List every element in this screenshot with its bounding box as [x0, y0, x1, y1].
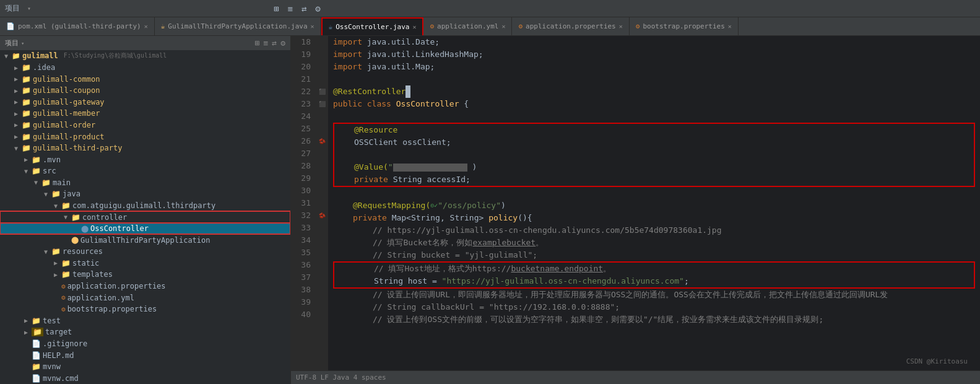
code-line-36: // 填写Host地址，格式为https://bucketname.endpoi… — [334, 263, 974, 275]
tree-item-test[interactable]: ▶ 📁 test — [0, 315, 290, 327]
sidebar-icon-3[interactable]: ⇄ — [272, 38, 277, 48]
tab-app-close[interactable]: ✕ — [311, 23, 314, 30]
tree-item-appyml[interactable]: ⚙ application.yml — [0, 292, 290, 303]
tree-item-gateway[interactable]: ▶ 📁 gulimall-gateway — [0, 97, 290, 108]
tree-label-product: gulimall-product — [33, 133, 105, 141]
tree-item-target[interactable]: ▶ 📁 target — [0, 326, 290, 338]
sidebar-icon-2[interactable]: ≡ — [264, 38, 269, 48]
tree-item-templates[interactable]: ▶ 📁 templates — [0, 269, 290, 281]
arrow-gulimall: ▼ — [2, 53, 10, 59]
tree-label-osscontroller: OssController — [90, 224, 149, 233]
arrow-coupon: ▶ — [12, 87, 20, 94]
tree-item-product[interactable]: ▶ 📁 gulimall-product — [0, 131, 290, 142]
tree-item-java[interactable]: ▼ 📁 java — [0, 188, 290, 200]
code-line-19: import java.util.LinkedHashMap; — [333, 48, 975, 61]
gutter-23: ⬛ — [316, 98, 328, 110]
toolbar-settings-icon[interactable]: ⚙ — [315, 4, 320, 14]
tree-label-templates: templates — [72, 270, 113, 279]
code-editor[interactable]: import java.util.Date; import java.util.… — [328, 36, 980, 370]
tree-item-package[interactable]: ▼ 📁 com.atguigu.gulimall.lthirdparty — [0, 200, 290, 212]
code-line-32: private Map<String, String> policy(){ — [333, 212, 975, 224]
tree-item-thirdparty[interactable]: ▼ 📁 gulimall-third-party — [0, 142, 290, 154]
tree-item-resources[interactable]: ▼ 📁 resources — [0, 246, 290, 258]
tree-label-package: com.atguigu.gulimall.lthirdparty — [72, 201, 215, 210]
gutter-27 — [316, 147, 328, 160]
folder-icon-mvnw: 📁 — [32, 362, 41, 371]
toolbar-swap-icon[interactable]: ⇄ — [301, 4, 306, 14]
tree-item-bootstrap[interactable]: ⚙ bootstrap.properties — [0, 303, 290, 315]
folder-icon-controller: 📁 — [71, 213, 80, 222]
dropdown-icon[interactable]: ▾ — [27, 5, 31, 12]
file-icon-helpmd: 📄 — [32, 351, 41, 360]
folder-icon-static: 📁 — [61, 259, 71, 268]
tree-item-osscontroller[interactable]: ⬤ OssController — [0, 223, 290, 235]
tree-item-gitignore[interactable]: 📄 .gitignore — [0, 338, 290, 350]
arrow-resources: ▼ — [42, 248, 50, 255]
gutter-19 — [316, 48, 328, 61]
import-kw-19: import — [333, 48, 367, 61]
tree-item-src[interactable]: ▼ 📁 src — [0, 165, 290, 177]
line-num-30: 30 — [296, 185, 311, 197]
tab-oss-icon: ☕ — [329, 23, 333, 31]
tab-appyml-close[interactable]: ✕ — [501, 23, 505, 30]
cursor-blink — [405, 85, 410, 98]
tree-item-member[interactable]: ▶ 📁 gulimall-member — [0, 108, 290, 120]
tab-appprops[interactable]: ⚙ application.properties ✕ — [512, 17, 629, 35]
line-num-19: 19 — [296, 48, 311, 61]
tree-label-test: test — [43, 316, 61, 325]
tab-bootstrap[interactable]: ⚙ bootstrap.properties ✕ — [630, 17, 739, 35]
line-num-23: 23 — [296, 98, 311, 110]
tab-bootstrap-icon: ⚙ — [636, 22, 640, 30]
arrow-controller: ▼ — [62, 214, 69, 220]
arrow-main: ▼ — [32, 179, 40, 186]
tree-item-gulimall[interactable]: ▼ 📁 gulimall F:\Studying\谷粒商城\gulimall — [0, 50, 290, 62]
tree-item-coupon[interactable]: ▶ 📁 gulimall-coupon — [0, 85, 290, 97]
tree-item-common[interactable]: ▶ 📁 gulimall-common — [0, 73, 290, 85]
tree-item-main[interactable]: ▼ 📁 main — [0, 177, 290, 189]
tab-pom[interactable]: 📄 pom.xml (gulimall-third-party) ✕ — [0, 17, 155, 35]
sidebar-icon-1[interactable]: ⊞ — [255, 38, 260, 48]
code-line-25: @Resource — [334, 124, 974, 136]
tab-pom-label: pom.xml (gulimall-third-party) — [18, 22, 141, 30]
tab-bootstrap-close[interactable]: ✕ — [728, 23, 732, 30]
tab-appyml-icon: ⚙ — [430, 22, 434, 30]
tab-oss-close[interactable]: ✕ — [412, 24, 416, 30]
tab-appyml-label: application.yml — [437, 22, 498, 30]
tab-pom-close[interactable]: ✕ — [144, 23, 148, 30]
toolbar-list-icon[interactable]: ≡ — [287, 4, 292, 14]
line-num-36: 36 — [296, 259, 311, 271]
tree-item-controller[interactable]: ▼ 📁 controller — [0, 211, 290, 223]
sidebar-icon-4[interactable]: ⚙ — [280, 38, 285, 48]
tree-label-thirdparty: gulimall-third-party — [33, 144, 123, 152]
tree-item-appprops[interactable]: ⚙ application.properties — [0, 281, 290, 292]
toolbar-sync-icon[interactable]: ⊞ — [274, 4, 279, 14]
tree-label-gulimall: gulimall — [22, 51, 58, 60]
code-container[interactable]: 18 19 20 21 22 23 24 25 26 27 28 29 30 3… — [291, 36, 980, 370]
tab-appyml[interactable]: ⚙ application.yml ✕ — [423, 17, 512, 35]
tree-label-helpmd: HELP.md — [43, 351, 74, 360]
tree-item-idea[interactable]: ▶ 📁 .idea — [0, 62, 290, 74]
tree-label-order: gulimall-order — [33, 121, 95, 129]
tree-item-order[interactable]: ▶ 📁 gulimall-order — [0, 120, 290, 131]
tree-item-application[interactable]: ⬤ GulimallThirdPartyApplication — [0, 234, 290, 246]
tree-label-appyml: application.yml — [67, 294, 134, 302]
tab-appprops-close[interactable]: ✕ — [619, 23, 623, 30]
tree-item-mvn[interactable]: ▶ 📁 .mvn — [0, 154, 290, 165]
tree-item-mvnw[interactable]: 📁 mvnw — [0, 361, 290, 373]
tree-label-static: static — [72, 259, 99, 268]
line-num-31: 31 — [296, 197, 311, 209]
tree-label-main: main — [53, 178, 71, 187]
line-num-40: 40 — [296, 308, 311, 321]
gutter: ⬛ ⬛ 🫘 🫘 — [316, 36, 328, 370]
tree-item-static[interactable]: ▶ 📁 static — [0, 258, 290, 269]
tab-oss[interactable]: ☕ OssController.java ✕ — [321, 17, 424, 35]
tree-item-mvnwcmd[interactable]: 📄 mvnw.cmd — [0, 372, 290, 384]
code-line-23: public class OssController { — [333, 98, 975, 110]
sidebar-title: 项目 ▾ — [5, 38, 24, 48]
gutter-34 — [316, 234, 328, 247]
tab-app[interactable]: ☕ GulimallThirdPartyApplication.java ✕ — [155, 17, 321, 35]
status-bar: UTF-8 LF Java 4 spaces — [291, 370, 980, 384]
module-icon-gateway: 📁 — [22, 98, 31, 107]
sidebar-dropdown-icon[interactable]: ▾ — [21, 40, 24, 46]
tree-item-helpmd[interactable]: 📄 HELP.md — [0, 349, 290, 361]
